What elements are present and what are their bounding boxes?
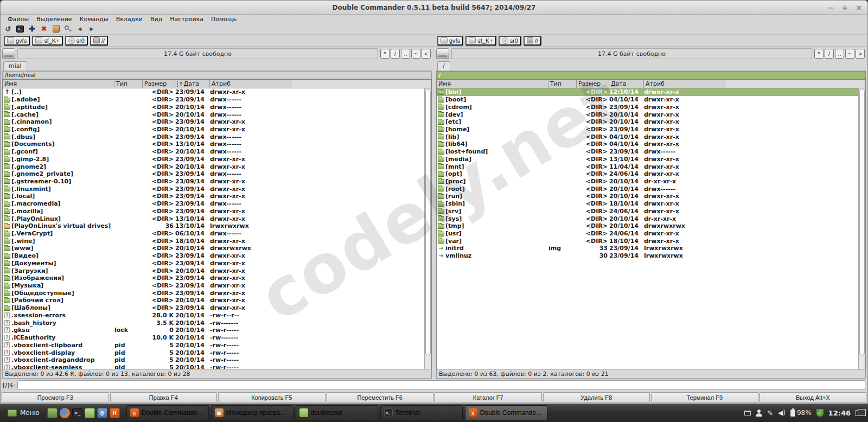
table-row[interactable]: ?.vboxclient-seamlesspid520/10/14-rw-r--…: [3, 364, 424, 369]
vertical-scrollbar[interactable]: [424, 88, 431, 369]
drive-button-[interactable]: //: [524, 36, 541, 46]
tab-right[interactable]: /: [437, 61, 450, 71]
table-row[interactable]: [etc]<DIR>20/10/14drwxr-xr-x: [437, 118, 858, 126]
table-row[interactable]: [.mozilla]<DIR>23/09/14drwxr-xr-x: [3, 208, 424, 215]
close-button[interactable]: ×: [856, 4, 862, 11]
workspace-switcher-icon[interactable]: [856, 410, 863, 416]
select-all-button[interactable]: *: [380, 49, 390, 59]
column-header-2[interactable]: Размер: [577, 80, 609, 88]
table-row[interactable]: [sbin]<DIR>18/10/14drwxr-xr-x: [437, 200, 858, 208]
vertical-scrollbar[interactable]: [858, 88, 865, 369]
menu-item[interactable]: Вкладки: [112, 16, 146, 23]
table-row[interactable]: ?.vboxclient-draganddroppid520/10/14-rw-…: [3, 356, 424, 364]
fn-button-f5[interactable]: Копировать F5: [218, 392, 326, 402]
maximize-button[interactable]: +: [842, 4, 848, 11]
table-row[interactable]: [Общедоступные]<DIR>23/09/14drwxr-xr-x: [3, 289, 424, 297]
root-dir-button[interactable]: /: [391, 49, 400, 59]
table-row[interactable]: [.aptitude]<DIR>20/10/14drwx------: [3, 103, 424, 111]
table-row[interactable]: [.gstreamer-0.10]<DIR>23/09/14drwxr-xr-x: [3, 178, 424, 186]
menu-item[interactable]: Вид: [146, 16, 166, 23]
root-dir-button[interactable]: /: [825, 49, 834, 59]
table-row[interactable]: [home]<DIR>23/09/14drwxr-xr-x: [437, 126, 858, 133]
table-row[interactable]: [mnt]<DIR>11/04/14drwxr-xr-x: [437, 163, 858, 170]
table-row[interactable]: [.config]<DIR>20/10/14drwxr-xr-x: [3, 126, 424, 133]
fn-button-altx[interactable]: Выход Alt+X: [760, 392, 867, 402]
pen-icon[interactable]: ✎: [767, 409, 773, 417]
shield-icon[interactable]: ✓: [816, 409, 824, 417]
drive-button-gvfs[interactable]: gvfs: [4, 36, 30, 46]
files-icon[interactable]: [85, 408, 95, 418]
table-row[interactable]: [.gnome2_private]<DIR>23/09/14drwx------: [3, 170, 424, 178]
table-row[interactable]: [lib]<DIR>04/10/14drwxr-xr-x: [437, 133, 858, 140]
column-header-0[interactable]: Имя: [437, 80, 548, 88]
connect-icon[interactable]: ✚: [27, 24, 37, 34]
title-bar[interactable]: Double Commander 0.5.11 beta build 5647;…: [1, 1, 867, 15]
path-bar[interactable]: /home/mial: [2, 71, 432, 79]
parent-dir-button[interactable]: ..: [835, 49, 844, 59]
fn-button-f6[interactable]: Переместить F6: [327, 392, 434, 402]
table-row[interactable]: ↑[..]<DIR>23/09/14drwxr-xr-x: [3, 88, 424, 96]
swap-panels-button[interactable]: <: [422, 49, 431, 59]
table-row[interactable]: ?.vboxclient-clipboardpid520/10/14-rw-r-…: [3, 341, 424, 349]
table-row[interactable]: [lost+found]<DIR>23/09/14drwx------: [437, 148, 858, 156]
table-row[interactable]: [sys]<DIR>20/10/14dr-xr-xr-x: [437, 215, 858, 222]
home-dir-button[interactable]: ~: [411, 49, 420, 59]
fn-button-f8[interactable]: Удалить F8: [543, 392, 650, 402]
table-row[interactable]: [dev]<DIR>20/10/14drwxr-xr-x: [437, 111, 858, 118]
terminal-icon[interactable]: >_: [72, 408, 82, 418]
task-button[interactable]: >_Terminal: [380, 405, 463, 420]
table-row[interactable]: ?.vboxclient-displaypid520/10/14-rw-r---…: [3, 349, 424, 356]
table-row[interactable]: [tmp]<DIR>20/10/14drwxrwxrwx: [437, 222, 858, 230]
parent-dir-button[interactable]: ..: [401, 49, 410, 59]
minimize-button[interactable]: −: [828, 4, 834, 11]
table-row[interactable]: [Видео]<DIR>23/09/14drwxr-xr-x: [3, 252, 424, 260]
table-row[interactable]: [.linuxmint]<DIR>23/09/14drwxr-xr-x: [3, 185, 424, 193]
table-row[interactable]: [run]<DIR>20/10/14drwxr-xr-x: [437, 193, 858, 200]
table-row[interactable]: [Рабочий стол]<DIR>20/10/14drwxr-xr-x: [3, 297, 424, 304]
table-row[interactable]: [Документы]<DIR>23/09/14drwxr-xr-x: [3, 260, 424, 267]
table-row[interactable]: ?.ICEauthority10.0 K20/10/14-rw-------: [3, 334, 424, 342]
table-row[interactable]: [Загрузки]<DIR>20/10/14drwxr-xr-x: [3, 267, 424, 274]
drive-button-sfK[interactable]: sf_K+: [465, 36, 496, 46]
menu-item[interactable]: Файлы: [4, 16, 33, 23]
table-row[interactable]: [PlayOnLinux's virtual drives]3613/10/14…: [3, 222, 424, 230]
drive-button-sr0[interactable]: sr0: [65, 36, 88, 46]
table-row[interactable]: [.VeraCrypt]<DIR>06/10/14drwx------: [3, 230, 424, 238]
column-splitter-handle[interactable]: [177, 81, 178, 87]
table-row[interactable]: [.adobe]<DIR>23/09/14drwx------: [3, 96, 424, 104]
table-row[interactable]: [www]<DIR>20/10/14drwxrwxrwx: [3, 245, 424, 252]
table-row[interactable]: [cdrom]<DIR>23/09/14drwxr-xr-x: [437, 103, 858, 111]
task-button[interactable]: doublecmd: [296, 405, 378, 420]
table-row[interactable]: [.dbus]<DIR>23/09/14drwx------: [3, 133, 424, 140]
table-row[interactable]: [.local]<DIR>23/09/14drwxr-xr-x: [3, 193, 424, 200]
table-row[interactable]: [.wine]<DIR>18/10/14drwxr-xr-x: [3, 237, 424, 245]
table-row[interactable]: [Изображения]<DIR>23/09/14drwxr-xr-x: [3, 274, 424, 282]
table-row[interactable]: [opt]<DIR>24/06/14drwxr-xr-x: [437, 170, 858, 178]
menu-button[interactable]: Меню: [0, 404, 46, 422]
table-row[interactable]: [.gnome2]<DIR>20/10/14drwxr-xr-x: [3, 163, 424, 170]
doublecmd-icon[interactable]: )(: [110, 408, 120, 418]
column-header-1[interactable]: Тип: [548, 80, 577, 88]
menu-item[interactable]: Помощь: [207, 16, 240, 23]
user-icon[interactable]: [756, 410, 762, 417]
column-header-3[interactable]: Дата: [609, 80, 644, 88]
home-dir-button[interactable]: ~: [845, 49, 854, 59]
disconnect-icon[interactable]: ✖: [39, 24, 49, 34]
drive-button-sr0[interactable]: sr0: [499, 36, 521, 46]
table-row[interactable]: ?.gksulock020/10/14-rw-r-----: [3, 327, 424, 334]
table-row[interactable]: [var]<DIR>18/10/14drwxr-xr-x: [437, 237, 858, 245]
table-row[interactable]: [.PlayOnLinux]<DIR>13/10/14drwxr-xr-x: [3, 215, 424, 222]
table-row[interactable]: [lib64]<DIR>04/10/14drwxr-xr-x: [437, 140, 858, 148]
table-row[interactable]: [boot]<DIR>04/10/14drwxr-xr-x: [437, 96, 858, 104]
table-row[interactable]: ➔vmlinuz3023/09/14lrwxrwxrwx: [437, 252, 858, 260]
menu-item[interactable]: Выделение: [33, 16, 76, 23]
table-row[interactable]: [bin]<DIR>12/10/14drwxr-xr-x: [437, 88, 858, 96]
scrollbar-thumb[interactable]: [859, 89, 865, 355]
table-row[interactable]: [.gimp-2.8]<DIR>23/09/14drwxr-xr-x: [3, 155, 424, 163]
menu-item[interactable]: Команды: [76, 16, 112, 23]
firefox-icon[interactable]: [60, 408, 70, 418]
panel-splitter[interactable]: [433, 47, 435, 379]
drive-button-gvfs[interactable]: gvfs: [437, 36, 463, 46]
table-row[interactable]: ➔initrdimg3323/09/14lrwxrwxrwx: [437, 245, 858, 252]
column-header-2[interactable]: Размер: [143, 80, 175, 88]
